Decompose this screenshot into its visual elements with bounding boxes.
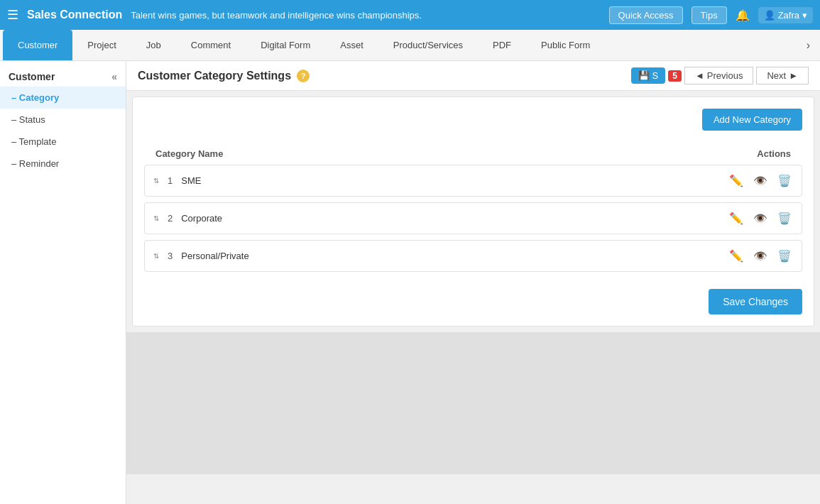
user-menu[interactable]: 👤 Zafra ▾: [758, 7, 813, 23]
tab-digital-form[interactable]: Digital Form: [246, 30, 325, 60]
sidebar-item-reminder[interactable]: – Reminder: [0, 153, 126, 175]
row-number: 3: [168, 251, 173, 261]
app-title: Sales Connection: [27, 9, 122, 21]
view-button[interactable]: 👁️: [752, 210, 769, 226]
edit-button[interactable]: ✏️: [728, 210, 745, 226]
content-bottom-area: [126, 332, 820, 474]
category-name: SME: [181, 175, 728, 186]
delete-button[interactable]: 🗑️: [776, 210, 793, 226]
col-actions: Actions: [757, 148, 791, 159]
page-title: Customer Category Settings: [138, 70, 291, 82]
row-actions: ✏️ 👁️ 🗑️: [728, 210, 793, 226]
add-new-category-button[interactable]: Add New Category: [702, 109, 802, 131]
tab-job[interactable]: Job: [131, 30, 176, 60]
hint-icon: ?: [297, 70, 310, 82]
user-icon: 👤: [764, 10, 775, 21]
row-actions: ✏️ 👁️ 🗑️: [728, 172, 793, 189]
main-layout: Customer « – Category – Status – Templat…: [0, 61, 820, 504]
category-name: Personal/Private: [181, 251, 728, 261]
save-changes-button[interactable]: Save Changes: [709, 289, 802, 314]
content-body: Add New Category Category Name Actions ⇅…: [132, 97, 814, 327]
chevron-left-icon: ◄: [695, 70, 704, 81]
edit-button[interactable]: ✏️: [728, 248, 745, 264]
row-actions: ✏️ 👁️ 🗑️: [728, 248, 793, 264]
tab-comment[interactable]: Comment: [176, 30, 246, 60]
sort-handle[interactable]: ⇅: [153, 252, 159, 260]
header-actions: 💾 S 5 ◄ Previous Next ►: [631, 67, 809, 84]
sidebar-item-category[interactable]: – Category: [0, 87, 126, 109]
save-icon: 💾: [638, 70, 650, 81]
sort-handle[interactable]: ⇅: [153, 214, 159, 222]
table-header: Category Name Actions: [144, 143, 802, 165]
next-button[interactable]: Next ►: [756, 67, 809, 84]
sort-handle[interactable]: ⇅: [153, 177, 159, 185]
content-title: Customer Category Settings ?: [138, 70, 310, 82]
edit-button[interactable]: ✏️: [728, 172, 745, 189]
view-button[interactable]: 👁️: [752, 248, 769, 264]
tab-asset[interactable]: Asset: [325, 30, 378, 60]
save-indicator-text: S: [652, 70, 659, 81]
bell-icon[interactable]: 🔔: [736, 9, 750, 22]
top-nav: ☰ Sales Connection Talent wins games, bu…: [0, 0, 820, 30]
quick-access-button[interactable]: Quick Access: [609, 6, 683, 24]
sidebar: Customer « – Category – Status – Templat…: [0, 61, 126, 504]
user-name: Zafra: [778, 10, 799, 21]
table-row: ⇅ 3 Personal/Private ✏️ 👁️ 🗑️: [144, 240, 802, 272]
table-row: ⇅ 2 Corporate ✏️ 👁️ 🗑️: [144, 202, 802, 234]
sidebar-collapse-icon[interactable]: «: [111, 71, 117, 82]
content-header: Customer Category Settings ? 💾 S 5 ◄ Pre…: [126, 61, 820, 91]
sidebar-item-template[interactable]: – Template: [0, 131, 126, 153]
category-name: Corporate: [181, 213, 728, 224]
chevron-down-icon: ▾: [802, 10, 807, 21]
previous-button[interactable]: ◄ Previous: [684, 67, 753, 84]
tab-pdf[interactable]: PDF: [478, 30, 526, 60]
tab-customer[interactable]: Customer: [3, 30, 72, 60]
delete-button[interactable]: 🗑️: [776, 248, 793, 264]
sidebar-item-status[interactable]: – Status: [0, 109, 126, 131]
tab-project[interactable]: Project: [72, 30, 131, 60]
tagline: Talent wins games, but teamwork and inte…: [131, 10, 600, 21]
col-category-name: Category Name: [155, 148, 223, 159]
tips-button[interactable]: Tips: [691, 6, 727, 24]
row-number: 1: [168, 175, 173, 186]
unsaved-badge: 5: [668, 70, 682, 82]
delete-button[interactable]: 🗑️: [776, 172, 793, 189]
tab-product-services[interactable]: Product/Services: [378, 30, 478, 60]
row-number: 2: [168, 213, 173, 224]
save-indicator: 💾 S: [631, 67, 666, 84]
view-button[interactable]: 👁️: [752, 172, 769, 189]
content-area: Customer Category Settings ? 💾 S 5 ◄ Pre…: [126, 61, 820, 504]
tab-bar: Customer Project Job Comment Digital For…: [0, 30, 820, 61]
chevron-right-icon: ►: [789, 70, 798, 81]
tab-public-form[interactable]: Public Form: [526, 30, 605, 60]
sidebar-header: Customer «: [0, 67, 126, 87]
tab-more-icon[interactable]: ›: [799, 30, 817, 60]
table-row: ⇅ 1 SME ✏️ 👁️ 🗑️: [144, 165, 802, 197]
hamburger-icon[interactable]: ☰: [7, 7, 18, 23]
sidebar-title: Customer: [9, 71, 55, 82]
